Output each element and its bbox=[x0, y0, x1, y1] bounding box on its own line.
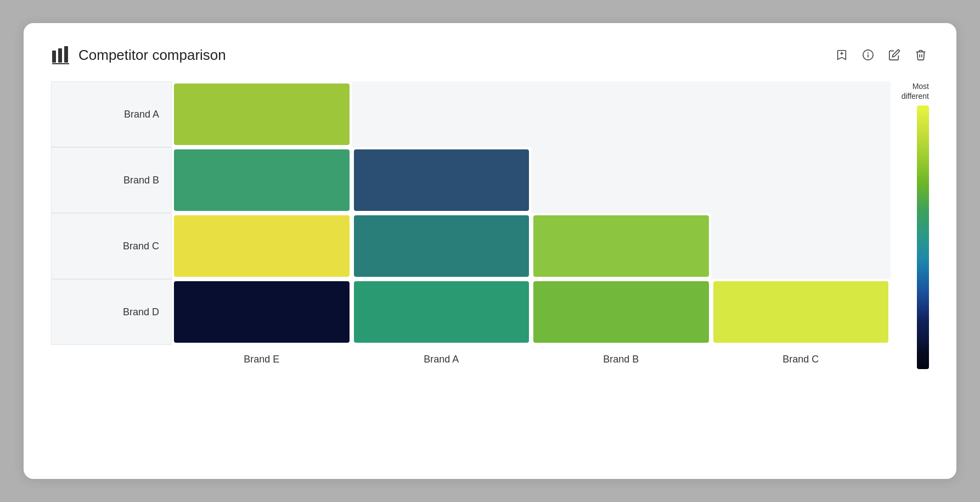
bookmark-icon bbox=[836, 49, 848, 61]
cell-a-0 bbox=[172, 81, 352, 147]
legend-label: Most different bbox=[896, 81, 929, 101]
col-label-0: Brand E bbox=[172, 354, 352, 365]
grid-row-c bbox=[172, 213, 891, 279]
delete-icon bbox=[915, 49, 927, 61]
row-label-a: Brand A bbox=[51, 81, 172, 147]
card: Competitor comparison bbox=[24, 23, 956, 479]
cell-c-2 bbox=[531, 213, 711, 279]
cell-a-3-empty bbox=[711, 81, 891, 147]
header-actions bbox=[833, 47, 929, 63]
col-labels: Brand E Brand A Brand B Brand C bbox=[51, 354, 891, 365]
cell-a-2-empty bbox=[531, 81, 711, 147]
header-left: Competitor comparison bbox=[51, 45, 226, 65]
delete-button[interactable] bbox=[913, 47, 929, 63]
info-icon bbox=[862, 49, 874, 61]
cell-c-0 bbox=[172, 213, 352, 279]
header: Competitor comparison bbox=[51, 45, 929, 65]
bookmark-button[interactable] bbox=[833, 47, 850, 63]
cell-b-1 bbox=[352, 147, 532, 213]
cell-d-0 bbox=[172, 279, 352, 345]
chart-main: Brand A Brand B Brand C Brand D bbox=[51, 81, 891, 369]
cell-d-2 bbox=[531, 279, 711, 345]
col-label-3: Brand C bbox=[711, 354, 891, 365]
grid-row-b bbox=[172, 147, 891, 213]
cell-a-1-empty bbox=[352, 81, 532, 147]
chart-icon bbox=[51, 45, 71, 65]
grid-cells bbox=[172, 81, 891, 345]
row-labels: Brand A Brand B Brand C Brand D bbox=[51, 81, 172, 345]
info-button[interactable] bbox=[860, 47, 876, 63]
svg-rect-2 bbox=[64, 46, 68, 63]
edit-icon bbox=[888, 49, 900, 61]
cell-d-1 bbox=[352, 279, 532, 345]
col-label-1: Brand A bbox=[352, 354, 532, 365]
legend: Most different bbox=[891, 81, 929, 369]
page-title: Competitor comparison bbox=[78, 47, 226, 64]
legend-bar bbox=[917, 105, 929, 369]
cell-c-1 bbox=[352, 213, 532, 279]
cell-d-3 bbox=[711, 279, 891, 345]
row-label-c: Brand C bbox=[51, 213, 172, 279]
row-label-d: Brand D bbox=[51, 279, 172, 345]
cell-b-0 bbox=[172, 147, 352, 213]
edit-button[interactable] bbox=[886, 47, 903, 63]
grid-row-a bbox=[172, 81, 891, 147]
svg-rect-1 bbox=[58, 48, 62, 63]
cell-b-3-empty bbox=[711, 147, 891, 213]
svg-rect-0 bbox=[52, 51, 56, 63]
cell-c-3-empty bbox=[711, 213, 891, 279]
col-label-2: Brand B bbox=[531, 354, 711, 365]
cell-b-2-empty bbox=[531, 147, 711, 213]
row-label-b: Brand B bbox=[51, 147, 172, 213]
grid-with-labels: Brand A Brand B Brand C Brand D bbox=[51, 81, 891, 345]
grid-row-d bbox=[172, 279, 891, 345]
